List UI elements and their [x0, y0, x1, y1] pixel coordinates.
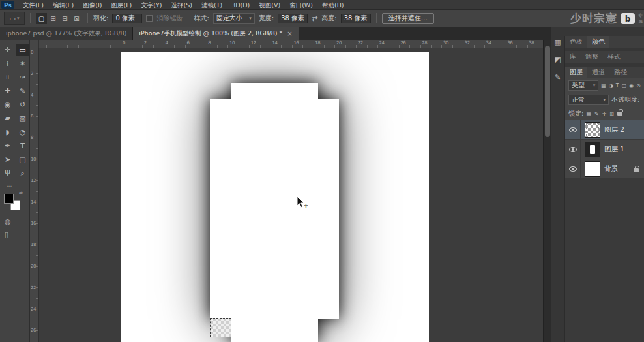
- document-tab[interactable]: iphone7.psd @ 177% (文字效果, RGB/8): [0, 27, 133, 40]
- height-input[interactable]: 38 像素: [341, 14, 371, 23]
- menu-item-10[interactable]: 帮助(H): [317, 0, 349, 10]
- clone-stamp-tool[interactable]: ◉: [1, 99, 14, 111]
- menu-item-4[interactable]: 文字(Y): [136, 0, 166, 10]
- pen-tool[interactable]: ✒: [1, 140, 14, 152]
- menu-item-6[interactable]: 滤镜(T): [197, 0, 227, 10]
- hand-tool[interactable]: Ψ: [1, 167, 14, 179]
- swap-colors-icon[interactable]: ⇄: [19, 191, 23, 196]
- canvas-document[interactable]: [121, 52, 429, 342]
- dodge-tool[interactable]: ◔: [16, 126, 29, 138]
- tool-preset-dropdown[interactable]: ▭ ▾: [4, 12, 25, 25]
- tab-调整[interactable]: 调整: [581, 51, 603, 63]
- blur-tool[interactable]: ◗: [1, 126, 14, 138]
- menu-item-9[interactable]: 窗口(W): [285, 0, 317, 10]
- layer-row[interactable]: 背景: [565, 159, 644, 179]
- brush-tool[interactable]: ✎: [16, 85, 29, 97]
- edit-toolbar-icon[interactable]: ⋯: [4, 183, 14, 189]
- watermark-side-text: 专 属: [638, 13, 643, 25]
- type-tool[interactable]: T: [16, 140, 29, 152]
- menu-item-3[interactable]: 图层(L): [107, 0, 137, 10]
- quick-selection-tool[interactable]: ✶: [16, 57, 29, 70]
- move-tool[interactable]: ✛: [1, 44, 14, 56]
- adjustment-filter-icon[interactable]: ◑: [609, 83, 613, 89]
- rect-marquee-tool[interactable]: ▭: [16, 44, 29, 56]
- add-selection-button[interactable]: ⊞: [48, 13, 59, 24]
- tab-路径[interactable]: 路径: [609, 67, 632, 78]
- marching-ants-selection: [210, 318, 231, 337]
- panel-group-color: 色板颜色: [565, 36, 644, 48]
- ruler-number: 28: [422, 40, 427, 46]
- screen-mode-icon[interactable]: ▯: [5, 230, 8, 239]
- tab-通道[interactable]: 通道: [587, 67, 609, 78]
- menu-item-2[interactable]: 图像(I): [78, 0, 106, 10]
- filter-toggle-icon[interactable]: ⊙: [636, 83, 641, 89]
- swap-dimensions-icon[interactable]: ⇄: [312, 14, 317, 23]
- filter-type-select[interactable]: 类型 ▾: [568, 80, 598, 91]
- lock-position-icon[interactable]: ✛: [602, 111, 607, 117]
- lock-pixels-icon[interactable]: ✎: [594, 111, 599, 117]
- brushes-panel-icon[interactable]: ✎: [552, 72, 563, 83]
- adjustments-panel-icon[interactable]: ◩: [552, 54, 563, 65]
- foreground-color-swatch[interactable]: [4, 194, 14, 204]
- layer-thumbnail[interactable]: [585, 161, 600, 177]
- layer-thumbnail[interactable]: [585, 122, 600, 138]
- crop-tool[interactable]: ⌗: [1, 71, 14, 84]
- layer-thumbnail[interactable]: [585, 142, 600, 157]
- ruler-number: 20: [31, 264, 36, 269]
- new-selection-button[interactable]: ▢: [36, 13, 47, 24]
- eraser-tool[interactable]: ▰: [1, 112, 14, 125]
- feather-input[interactable]: 0 像素: [112, 14, 142, 23]
- shape-filter-icon[interactable]: ▢: [622, 83, 627, 89]
- layer-list: 图层 2图层 1背景: [565, 120, 644, 179]
- smart-object-filter-icon[interactable]: ◉: [629, 83, 634, 89]
- shape-tool[interactable]: ▢: [16, 153, 29, 166]
- tab-库[interactable]: 库: [565, 51, 581, 63]
- layer-row[interactable]: 图层 2: [565, 120, 644, 140]
- intersect-selection-button[interactable]: ⊠: [71, 13, 82, 24]
- zoom-tool[interactable]: ⌕: [16, 167, 29, 179]
- select-and-mask-button[interactable]: 选择并遮住…: [382, 13, 434, 24]
- swatches-panel-icon[interactable]: ▦: [552, 37, 563, 48]
- layer-visibility-toggle[interactable]: [565, 120, 581, 139]
- eyedropper-tool[interactable]: ✑: [16, 71, 29, 84]
- lock-artboard-icon[interactable]: ⊞: [609, 111, 614, 117]
- lock-all-icon[interactable]: [617, 112, 622, 116]
- menu-item-5[interactable]: 选择(S): [166, 0, 196, 10]
- photoshop-logo: Ps: [1, 1, 14, 9]
- path-selection-tool[interactable]: ➤: [1, 153, 14, 166]
- pixel-filter-icon[interactable]: ▦: [601, 83, 606, 89]
- tab-样式[interactable]: 样式: [603, 51, 625, 63]
- vertical-scrollbar[interactable]: [543, 40, 551, 342]
- vertical-ruler[interactable]: 02468101214161820222426: [30, 48, 39, 342]
- separator: [30, 13, 31, 23]
- layer-row[interactable]: 图层 1: [565, 140, 644, 159]
- horizontal-ruler[interactable]: 02468101214161820222426283032343638: [39, 40, 543, 48]
- tab-色板[interactable]: 色板: [565, 36, 587, 48]
- phone-top-section: [231, 83, 318, 100]
- history-brush-tool[interactable]: ↺: [16, 99, 29, 111]
- width-input[interactable]: 38 像素: [278, 14, 308, 23]
- tab-颜色[interactable]: 颜色: [587, 36, 609, 48]
- antialias-checkbox[interactable]: [146, 15, 153, 22]
- ruler-number: 16: [31, 221, 36, 226]
- menu-item-8[interactable]: 视图(V): [254, 0, 285, 10]
- gradient-tool[interactable]: ▨: [16, 112, 29, 125]
- lasso-tool[interactable]: ≀: [1, 57, 14, 70]
- menu-item-1[interactable]: 编辑(E): [48, 0, 78, 10]
- healing-brush-tool[interactable]: ✚: [1, 85, 14, 97]
- subtract-selection-button[interactable]: ⊟: [59, 13, 70, 24]
- chevron-down-icon: ▾: [603, 97, 606, 102]
- menu-item-7[interactable]: 3D(D): [227, 0, 254, 10]
- document-tab[interactable]: iPhone7手机模型绘制 @ 100% (图层 2, RGB/8) *×: [133, 27, 299, 40]
- type-filter-icon[interactable]: T: [616, 83, 619, 89]
- menu-item-0[interactable]: 文件(F): [18, 0, 48, 10]
- blend-mode-select[interactable]: 正常 ▾: [568, 95, 609, 105]
- style-select[interactable]: 固定大小 ▾: [213, 13, 255, 24]
- scrollbar-thumb[interactable]: [545, 46, 550, 137]
- layer-visibility-toggle[interactable]: [565, 159, 581, 178]
- tab-close-icon[interactable]: ×: [287, 30, 292, 37]
- layer-visibility-toggle[interactable]: [565, 140, 581, 159]
- lock-transparency-icon[interactable]: ▦: [586, 111, 591, 117]
- tab-图层[interactable]: 图层: [565, 67, 587, 78]
- quick-mask-icon[interactable]: ◍: [5, 217, 11, 226]
